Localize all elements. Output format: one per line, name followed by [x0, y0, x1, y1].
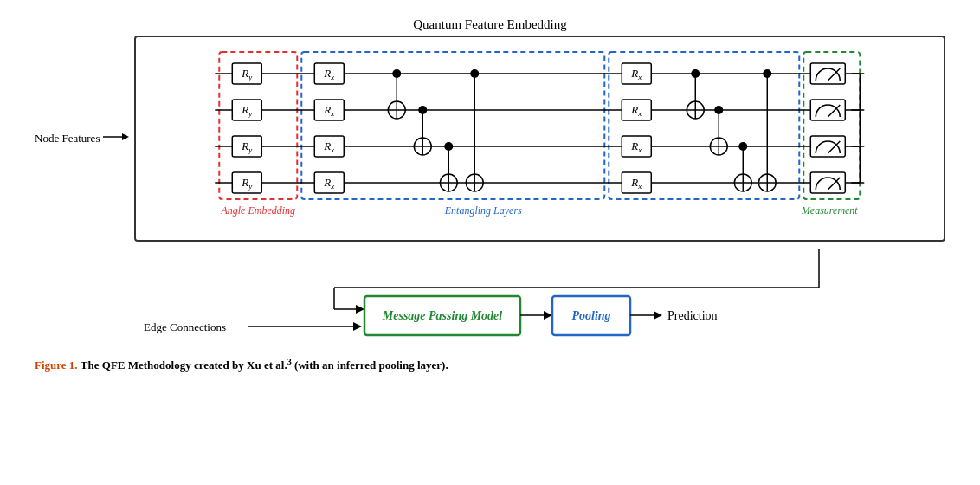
svg-marker-1: [122, 133, 129, 140]
diagram-container: Quantum Feature Embedding Node Features: [35, 17, 945, 372]
node-features-label: Node Features: [35, 132, 129, 146]
svg-marker-97: [353, 322, 362, 331]
svg-text:Pooling: Pooling: [571, 309, 610, 322]
svg-marker-94: [356, 305, 364, 314]
svg-text:Angle Embedding: Angle Embedding: [221, 204, 296, 217]
caption-text: The QFE Methodology created by Xu et al.…: [81, 359, 448, 372]
bottom-svg: Edge Connections Message Passing Model P…: [144, 249, 980, 348]
svg-rect-74: [811, 63, 846, 84]
svg-marker-101: [544, 311, 552, 320]
svg-text:Entangling Layers: Entangling Layers: [444, 204, 522, 217]
qfe-outer-box: Ry Ry Ry Ry Rx Rx Rx: [134, 36, 945, 242]
svg-text:Prediction: Prediction: [667, 309, 718, 322]
svg-rect-78: [811, 136, 846, 157]
svg-text:Message Passing Model: Message Passing Model: [382, 309, 503, 322]
svg-marker-105: [654, 311, 662, 320]
top-section: Node Features: [35, 36, 945, 242]
node-features-arrow: [103, 132, 129, 146]
circuit-svg: Ry Ry Ry Ry Rx Rx Rx: [145, 48, 935, 230]
svg-rect-80: [811, 172, 846, 193]
svg-text:Edge Connections: Edge Connections: [144, 320, 226, 333]
svg-rect-76: [811, 100, 846, 120]
svg-text:Measurement: Measurement: [801, 204, 859, 217]
figure-caption: Figure 1. The QFE Methodology created by…: [35, 357, 945, 372]
caption-figure-label: Figure 1.: [35, 359, 78, 372]
qfe-title: Quantum Feature Embedding: [413, 17, 566, 32]
